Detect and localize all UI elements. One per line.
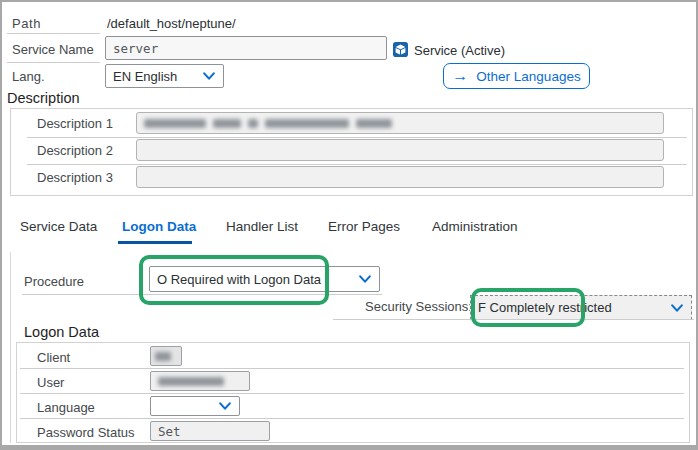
service-name-label: Service Name	[12, 42, 94, 57]
service-name-input[interactable]: server	[105, 36, 387, 60]
row-divider	[20, 368, 684, 369]
chevron-down-icon	[358, 272, 372, 286]
tab-administration[interactable]: Administration	[432, 219, 518, 234]
security-sessions-select[interactable]: F Completely restricted	[470, 295, 692, 320]
other-languages-button[interactable]: → Other Languages	[443, 63, 590, 89]
path-label: Path	[12, 16, 41, 31]
procedure-value: O Required with Logon Data	[157, 272, 321, 287]
tab-handler-list[interactable]: Handler List	[226, 219, 298, 234]
lang-value: EN English	[113, 69, 177, 84]
user-label: User	[37, 375, 64, 390]
password-status-value: Set	[158, 424, 181, 439]
password-status-input[interactable]: Set	[150, 421, 270, 441]
tab-service-data[interactable]: Service Data	[20, 219, 97, 234]
client-label: Client	[37, 350, 70, 365]
lang-label: Lang.	[12, 69, 45, 84]
redacted-text	[144, 119, 392, 128]
service-cube-icon	[393, 42, 408, 57]
procedure-label: Procedure	[24, 274, 84, 289]
logon-data-section-title: Logon Data	[24, 324, 99, 340]
lang-select[interactable]: EN English	[105, 64, 224, 88]
redacted-text	[158, 377, 224, 386]
tab-logon-data[interactable]: Logon Data	[122, 219, 196, 234]
chevron-down-icon	[218, 399, 232, 413]
row-divider	[20, 393, 684, 394]
content-left-border	[10, 252, 11, 443]
client-input[interactable]	[150, 346, 182, 366]
chevron-down-icon	[670, 301, 684, 315]
description-3-input[interactable]	[136, 166, 664, 188]
sicf-service-window: Path /default_host/neptune/ Service Name…	[0, 0, 698, 450]
security-sessions-label: Security Sessions:	[365, 299, 472, 314]
procedure-select[interactable]: O Required with Logon Data	[149, 266, 380, 292]
tab-error-pages[interactable]: Error Pages	[328, 219, 400, 234]
service-name-value: server	[113, 41, 158, 56]
password-status-label: Password Status	[37, 425, 135, 440]
row-divider	[333, 319, 694, 320]
row-divider	[20, 418, 684, 419]
row-divider	[7, 62, 100, 63]
row-divider	[27, 164, 687, 165]
description-3-label: Description 3	[37, 170, 113, 185]
chevron-down-icon	[202, 69, 216, 83]
description-1-input[interactable]	[136, 112, 664, 134]
description-2-label: Description 2	[37, 143, 113, 158]
arrow-right-icon: →	[452, 68, 468, 84]
description-1-label: Description 1	[37, 116, 113, 131]
redacted-text	[155, 352, 171, 361]
row-divider	[7, 33, 100, 34]
service-status-text: Service (Active)	[414, 43, 505, 58]
other-languages-label: Other Languages	[476, 69, 580, 84]
description-section-title: Description	[7, 90, 80, 106]
language-select[interactable]	[150, 396, 240, 416]
security-sessions-value: F Completely restricted	[478, 300, 612, 315]
active-tab-underline	[118, 241, 192, 244]
path-value: /default_host/neptune/	[107, 16, 236, 31]
description-2-input[interactable]	[136, 139, 664, 161]
row-divider	[22, 294, 382, 295]
language-label: Language	[37, 400, 95, 415]
row-divider	[27, 137, 687, 138]
user-input[interactable]	[150, 371, 250, 391]
